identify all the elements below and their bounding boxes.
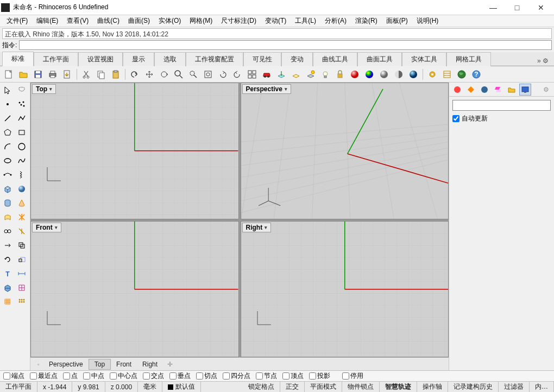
viewport-label-top[interactable]: Top▾	[32, 84, 56, 94]
menu-panels[interactable]: 面板(P)	[382, 15, 412, 27]
curve-icon[interactable]	[15, 154, 28, 167]
paste-icon[interactable]	[109, 68, 122, 81]
properties-icon[interactable]	[440, 68, 454, 81]
join-icon[interactable]	[1, 225, 14, 238]
tab-visibility[interactable]: 可见性	[243, 52, 281, 66]
osnap-tan[interactable]: 切点	[196, 371, 217, 381]
text-icon[interactable]: T	[1, 267, 14, 280]
options-icon[interactable]	[426, 68, 439, 81]
render-sphere-checker-icon[interactable]	[392, 68, 405, 81]
viewport-label-right[interactable]: Right▾	[242, 223, 272, 232]
lock-icon[interactable]	[333, 68, 347, 81]
point-icon[interactable]	[1, 98, 14, 111]
osnap-disable[interactable]: 停用	[342, 371, 363, 381]
menu-help[interactable]: 说明(H)	[412, 15, 443, 27]
viewport-top[interactable]: Top▾	[30, 83, 239, 219]
status-cplane[interactable]: 工作平面	[0, 382, 37, 392]
auto-update-checkbox[interactable]: 自动更新	[452, 114, 551, 123]
tab-surfacetools[interactable]: 曲面工具	[357, 52, 402, 66]
zoom-icon[interactable]	[172, 68, 185, 81]
polygon-icon[interactable]	[1, 126, 14, 139]
set-cplane-icon[interactable]	[289, 68, 303, 81]
menu-analyze[interactable]: 分析(A)	[320, 15, 351, 27]
chevron-down-icon[interactable]: ▾	[55, 225, 58, 230]
cone-icon[interactable]	[15, 197, 28, 210]
maximize-button[interactable]: □	[505, 0, 529, 15]
ellipse-icon[interactable]	[1, 154, 14, 167]
rtab-environment-icon[interactable]	[479, 84, 490, 96]
interp-curve-icon[interactable]	[1, 168, 14, 181]
osnap-int[interactable]: 交点	[143, 371, 164, 381]
rtab-library-icon[interactable]	[506, 84, 518, 96]
osnap-quad[interactable]: 四分点	[223, 371, 250, 381]
cylinder-icon[interactable]	[1, 197, 14, 210]
osnap-mid[interactable]: 中点	[83, 371, 104, 381]
rotate-view-icon[interactable]	[158, 68, 171, 81]
close-button[interactable]: ✕	[529, 0, 553, 15]
status-history[interactable]: 记录建构历史	[448, 382, 499, 392]
viewport-perspective[interactable]: Perspective▾	[241, 83, 449, 219]
pointer-icon[interactable]	[1, 84, 14, 97]
polyline-icon[interactable]	[15, 112, 28, 125]
vtab-top[interactable]: Top	[89, 359, 111, 370]
status-gridsnap[interactable]: 锁定格点	[243, 382, 280, 392]
tab-meshtools[interactable]: 网格工具	[446, 52, 491, 66]
trim-icon[interactable]	[15, 225, 28, 238]
helix-icon[interactable]	[15, 168, 28, 181]
tab-solidtools[interactable]: 实体工具	[402, 52, 446, 66]
chevron-down-icon[interactable]: ▾	[49, 86, 52, 92]
circle-icon[interactable]	[15, 140, 28, 153]
osnap-vertex[interactable]: 顶点	[282, 371, 304, 381]
status-osnap[interactable]: 物件锁点	[342, 382, 380, 392]
status-layer[interactable]: 默认值	[162, 382, 201, 392]
rtab-display-icon[interactable]	[519, 84, 531, 96]
new-file-icon[interactable]	[2, 68, 15, 81]
undo-icon[interactable]	[128, 68, 141, 81]
box-icon[interactable]	[1, 182, 14, 195]
menu-solid[interactable]: 实体(O)	[154, 15, 185, 27]
status-planar[interactable]: 平面模式	[305, 382, 342, 392]
copy-icon[interactable]	[95, 68, 108, 81]
status-filter[interactable]: 过滤器	[499, 382, 530, 392]
cplane-origin-icon[interactable]	[275, 68, 288, 81]
osnap-near[interactable]: 最近点	[30, 371, 58, 381]
osnap-point[interactable]: 点	[63, 371, 78, 381]
mesh-icon[interactable]	[15, 281, 28, 294]
scale-icon[interactable]	[15, 253, 28, 266]
menu-file[interactable]: 文件(F)	[2, 15, 32, 27]
move-icon[interactable]	[1, 239, 14, 252]
import-icon[interactable]	[61, 68, 74, 81]
grid-icon[interactable]	[1, 295, 14, 308]
extrude-icon[interactable]	[1, 211, 14, 224]
rotate-icon[interactable]	[1, 253, 14, 266]
status-gumball[interactable]: 操作轴	[417, 382, 448, 392]
command-input[interactable]	[19, 40, 552, 50]
car-icon[interactable]	[260, 68, 273, 81]
osnap-knot[interactable]: 节点	[256, 371, 277, 381]
chevron-down-icon[interactable]: ▾	[265, 225, 267, 230]
tabs-overflow[interactable]: » ⚙	[534, 56, 552, 66]
pointcloud-icon[interactable]	[15, 98, 28, 111]
tab-transform[interactable]: 变动	[281, 52, 313, 66]
menu-tools[interactable]: 工具(L)	[291, 15, 320, 27]
help-icon[interactable]: ?	[470, 68, 483, 81]
array-icon[interactable]	[15, 295, 28, 308]
menu-mesh[interactable]: 网格(M)	[185, 15, 217, 27]
undo-view-icon[interactable]	[216, 68, 229, 81]
rectangle-icon[interactable]	[15, 126, 28, 139]
menu-view[interactable]: 查看(V)	[62, 15, 93, 27]
save-icon[interactable]	[32, 68, 45, 81]
viewport-right[interactable]: Right▾	[241, 221, 449, 358]
tab-setview[interactable]: 设置视图	[78, 52, 123, 66]
menu-curve[interactable]: 曲线(C)	[93, 15, 124, 27]
sphere-icon[interactable]	[15, 182, 28, 195]
rtab-layer-icon[interactable]	[492, 84, 504, 96]
menu-edit[interactable]: 编辑(E)	[32, 15, 62, 27]
dimension-icon[interactable]	[15, 267, 28, 280]
rtab-material-icon[interactable]	[465, 84, 477, 96]
vtab-front[interactable]: Front	[111, 359, 137, 369]
menu-render[interactable]: 渲染(R)	[351, 15, 382, 27]
zoom-extents-icon[interactable]	[202, 68, 215, 81]
osnap-perp[interactable]: 垂点	[169, 371, 191, 381]
tab-cplane[interactable]: 工作平面	[34, 52, 78, 66]
